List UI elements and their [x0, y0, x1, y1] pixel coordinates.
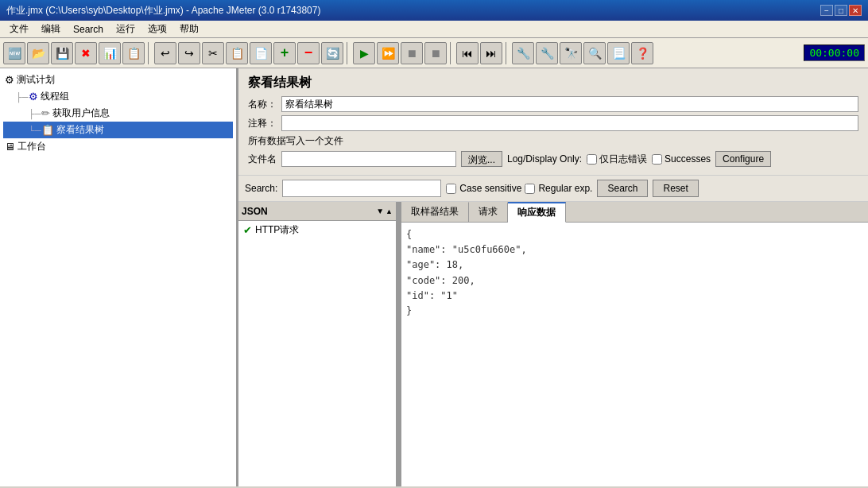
menu-file[interactable]: 文件	[3, 21, 35, 37]
browse-button[interactable]: 浏览...	[461, 151, 502, 167]
log-display-label: Log/Display Only:	[507, 153, 582, 165]
regular-exp-label: Regular exp.	[538, 183, 592, 194]
toolbar-undo[interactable]: ↩	[154, 42, 176, 64]
menu-edit[interactable]: 编辑	[35, 21, 67, 37]
search-label: Search:	[245, 183, 277, 194]
toolbar-copy[interactable]: 📋	[226, 42, 248, 64]
tree-label-threads: 线程组	[41, 90, 69, 103]
menu-options[interactable]: 选项	[141, 21, 173, 37]
case-sensitive-checkbox[interactable]	[446, 184, 456, 194]
tree-icon-threads: ⚙	[29, 91, 38, 103]
results-list-header: JSON ▼ ▲	[238, 202, 396, 221]
results-area: JSON ▼ ▲ ✔ HTTP请求 取样器结果 请求 响应数据	[238, 202, 868, 486]
right-panel: 察看结果树 名称： 注释： 所有数据写入一个文件 文件名 浏览... Log/D…	[238, 68, 868, 486]
errors-label: 仅日志错误	[599, 153, 647, 166]
left-panel: ⚙ 测试计划 ├─ ⚙ 线程组 ├─ ✏ 获取用户信息 └─ 📋 察看结果树 🖥…	[0, 68, 238, 486]
errors-checkbox-group: 仅日志错误	[587, 153, 647, 166]
successes-label: Successes	[665, 153, 711, 165]
tree-icon-plan: ⚙	[5, 74, 14, 86]
tab-request[interactable]: 请求	[469, 202, 508, 222]
toolbar-add[interactable]: +	[273, 42, 296, 64]
regular-exp-checkbox[interactable]	[525, 184, 535, 194]
main-layout: ⚙ 测试计划 ├─ ⚙ 线程组 ├─ ✏ 获取用户信息 └─ 📋 察看结果树 🖥…	[0, 68, 868, 486]
tab-response-data[interactable]: 响应数据	[508, 202, 566, 223]
comment-input[interactable]	[281, 115, 858, 131]
tree-connector-http: ├─	[29, 109, 41, 118]
tree-icon-listener: 📋	[41, 124, 54, 136]
tree-item-plan[interactable]: ⚙ 测试计划	[3, 72, 233, 88]
results-list-item-0[interactable]: ✔ HTTP请求	[238, 221, 396, 239]
case-sensitive-label: Case sensitive	[459, 183, 521, 194]
tree-item-http[interactable]: ├─ ✏ 获取用户信息	[3, 105, 233, 122]
successes-checkbox[interactable]	[652, 154, 662, 165]
results-list-title: JSON	[242, 206, 268, 217]
toolbar-new[interactable]: 🆕	[3, 42, 25, 64]
toolbar-sep1	[148, 42, 151, 64]
configure-button[interactable]: Configure	[715, 151, 771, 167]
toolbar-redo[interactable]: ↪	[178, 42, 200, 64]
minimize-button[interactable]: −	[820, 5, 833, 16]
toolbar-log[interactable]: 📃	[607, 42, 630, 64]
toolbar-close[interactable]: ✖	[75, 42, 97, 64]
toolbar-remove[interactable]: −	[297, 42, 320, 64]
tree-icon-http: ✏	[41, 107, 50, 119]
toolbar-help-doc[interactable]: 🔧	[536, 42, 558, 64]
tab-sampler-result[interactable]: 取样器结果	[401, 202, 469, 222]
panel-header: 察看结果树 名称： 注释： 所有数据写入一个文件 文件名 浏览... Log/D…	[238, 68, 868, 176]
panel-title: 察看结果树	[248, 75, 858, 91]
toolbar-sep2	[347, 42, 350, 64]
tree-item-listener[interactable]: └─ 📋 察看结果树	[3, 122, 233, 138]
toolbar-revert[interactable]: 📋	[122, 42, 145, 64]
toolbar-question[interactable]: ❓	[631, 42, 653, 64]
menu-run[interactable]: 运行	[110, 21, 141, 37]
toolbar-saveas[interactable]: 📊	[99, 42, 121, 64]
tree-item-workbench[interactable]: 🖥 工作台	[3, 138, 233, 155]
search-input[interactable]	[282, 180, 441, 197]
results-list: JSON ▼ ▲ ✔ HTTP请求	[238, 202, 397, 486]
errors-checkbox[interactable]	[587, 154, 597, 165]
toolbar-paste[interactable]: 📄	[250, 42, 272, 64]
tree-connector-threads: ├─	[16, 92, 29, 102]
toolbar-refresh[interactable]: 🔄	[321, 42, 343, 64]
tree-label-workbench: 工作台	[17, 140, 46, 153]
toolbar-remote-start[interactable]: ⏮	[456, 42, 479, 64]
json-line1: {	[406, 229, 412, 240]
json-line4: "code": 200,	[406, 275, 475, 286]
dropdown-arrow-icon[interactable]: ▼	[376, 207, 384, 215]
menu-search[interactable]: Search	[67, 22, 110, 37]
maximize-button[interactable]: □	[835, 5, 847, 16]
scroll-up-icon[interactable]: ▲	[386, 207, 393, 215]
tree-item-threads[interactable]: ├─ ⚙ 线程组	[3, 88, 233, 105]
toolbar-open[interactable]: 📂	[27, 42, 49, 64]
toolbar-template[interactable]: 🔧	[512, 42, 534, 64]
toolbar-remote-stop[interactable]: ⏭	[480, 42, 502, 64]
close-button[interactable]: ✕	[849, 5, 862, 16]
toolbar-run-nodebug[interactable]: ⏩	[377, 42, 399, 64]
toolbar-stop[interactable]: ⏹	[401, 42, 423, 64]
toolbar-cut[interactable]: ✂	[202, 42, 224, 64]
search-options: Case sensitive Regular exp.	[446, 183, 592, 194]
menu-bar: 文件 编辑 Search 运行 选项 帮助	[0, 21, 868, 38]
toolbar-search-tool[interactable]: 🔍	[583, 42, 606, 64]
menu-help[interactable]: 帮助	[173, 21, 205, 37]
search-bar: Search: Case sensitive Regular exp. Sear…	[238, 176, 868, 202]
file-input[interactable]	[281, 151, 456, 167]
toolbar-save[interactable]: 💾	[51, 42, 73, 64]
timer-display: 00:00:00	[804, 45, 865, 61]
tree-label-listener: 察看结果树	[56, 123, 104, 137]
reset-button[interactable]: Reset	[653, 180, 698, 197]
json-line5: "id": "1"	[406, 290, 458, 301]
json-line2: "name": "u5c0fu660e",	[406, 244, 527, 255]
toolbar-run[interactable]: ▶	[353, 42, 375, 64]
name-row: 名称：	[248, 96, 858, 112]
toolbar-sep4	[506, 42, 509, 64]
toolbar-stop2[interactable]: ⏹	[424, 42, 447, 64]
toolbar-binoculars[interactable]: 🔭	[560, 42, 582, 64]
comment-row: 注释：	[248, 115, 858, 131]
tree-label-plan: 测试计划	[17, 73, 55, 87]
name-input[interactable]	[281, 96, 858, 112]
title-text: 作业.jmx (C:\Users\syb\Desktop\作业.jmx) - A…	[6, 4, 320, 17]
name-label: 名称：	[248, 98, 277, 111]
comment-label: 注释：	[248, 117, 277, 130]
search-button[interactable]: Search	[597, 180, 648, 197]
